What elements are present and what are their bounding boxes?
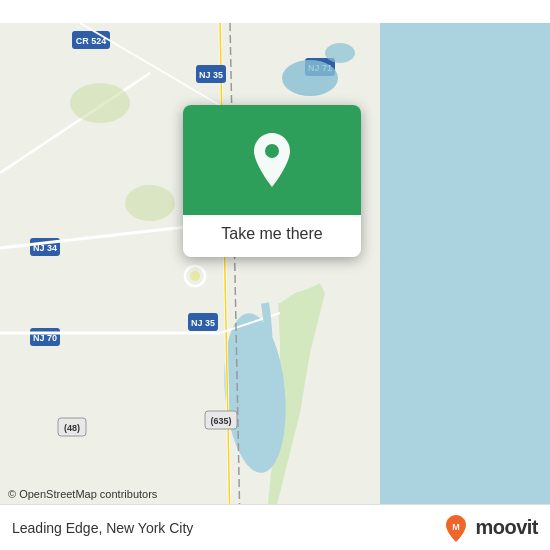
svg-point-33: [70, 83, 130, 123]
location-name: Leading Edge, New York City: [12, 520, 193, 536]
svg-point-30: [282, 60, 338, 96]
map-background: NJ 35 NJ 35 NJ 35 NJ 71 NJ 34 NJ 70 CR 5…: [0, 0, 550, 550]
svg-text:M: M: [453, 522, 461, 532]
map-attribution: © OpenStreetMap contributors: [8, 488, 157, 500]
svg-text:(48): (48): [64, 423, 80, 433]
svg-text:(635): (635): [210, 416, 231, 426]
take-me-there-button[interactable]: Take me there: [221, 225, 322, 242]
moovit-pin-icon: M: [442, 514, 470, 542]
svg-text:NJ 35: NJ 35: [199, 70, 223, 80]
map-container: NJ 35 NJ 35 NJ 35 NJ 71 NJ 34 NJ 70 CR 5…: [0, 0, 550, 550]
bottom-bar: Leading Edge, New York City M moovit: [0, 504, 550, 550]
location-pin-icon: [250, 133, 294, 187]
moovit-brand-text: moovit: [475, 516, 538, 539]
svg-text:NJ 35: NJ 35: [191, 318, 215, 328]
svg-text:CR 524: CR 524: [76, 36, 107, 46]
popup-card: Take me there: [183, 105, 361, 257]
svg-point-34: [125, 185, 175, 221]
svg-point-31: [325, 43, 355, 63]
svg-point-38: [265, 144, 279, 158]
moovit-logo: M moovit: [442, 514, 538, 542]
svg-point-37: [190, 271, 200, 281]
popup-header: [183, 105, 361, 215]
popup-body: Take me there: [183, 215, 361, 257]
